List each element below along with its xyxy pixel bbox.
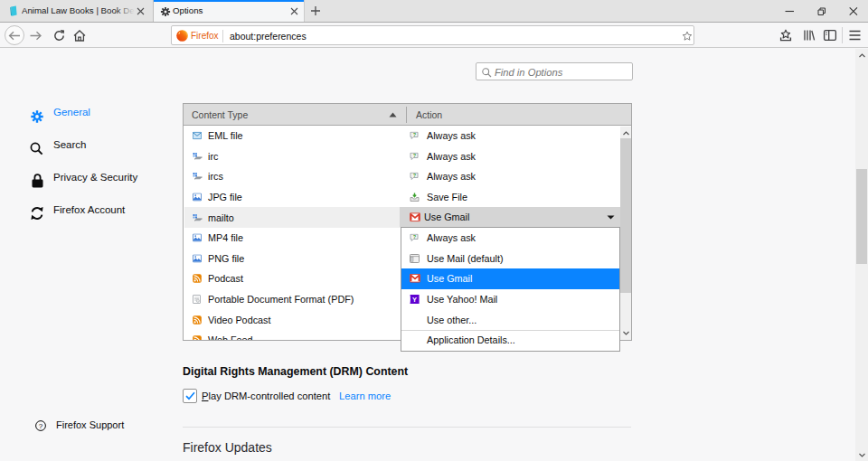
svg-text:Y: Y (411, 296, 416, 304)
svg-text:?: ? (413, 132, 417, 137)
svg-text:?: ? (413, 173, 417, 178)
svg-text:?: ? (413, 153, 417, 158)
svg-text:?: ? (412, 234, 416, 240)
svg-text:?: ? (39, 422, 43, 430)
